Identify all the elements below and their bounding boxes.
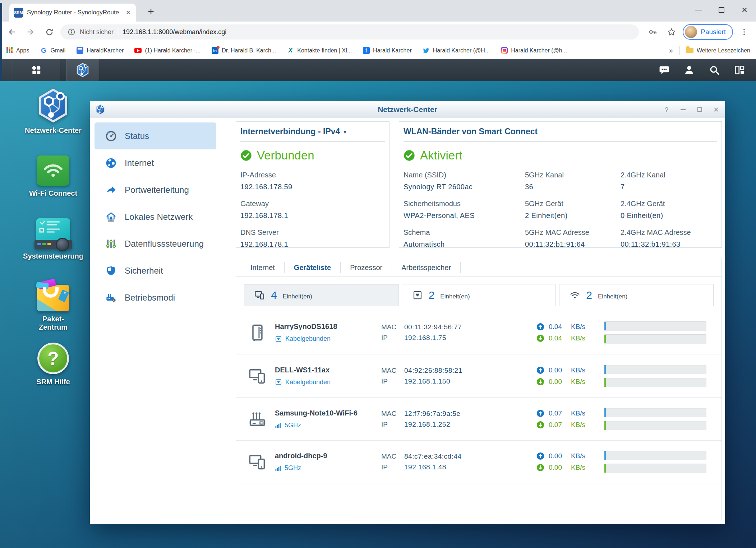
bookmark-facebook[interactable]: f Harald Karcher <box>363 47 412 54</box>
srm-minimize-button[interactable] <box>680 107 686 113</box>
device-row[interactable]: android-dhcp-9 5GHz MAC84:c7:ea:34:cd:44… <box>236 440 722 483</box>
device-connection[interactable]: Kabelgebunden <box>275 335 381 343</box>
sidebar-item-lokales-netzwerk[interactable]: Lokales Netzwerk <box>94 203 216 230</box>
window-close-button[interactable]: ✕ <box>733 0 756 20</box>
chevron-down-icon[interactable]: ▾ <box>344 129 346 135</box>
forward-button[interactable] <box>23 24 38 40</box>
signal-bars-icon <box>275 422 281 428</box>
other-bookmarks-button[interactable]: Weitere Lesezeichen <box>686 47 750 54</box>
window-minimize-button[interactable] <box>687 0 710 20</box>
ip-value: 192.168.1.75 <box>404 334 446 342</box>
upload-bar <box>604 408 706 417</box>
reload-button[interactable] <box>42 24 57 40</box>
bookmark-haraldkarcher[interactable]: HaraldKarcher <box>76 47 124 54</box>
bookmark-label: Dr. Harald B. Karch... <box>222 47 276 54</box>
user-options-button[interactable] <box>683 64 695 76</box>
sidebar-item-portweiterleitung[interactable]: Portweiterleitung <box>94 176 216 203</box>
desktop-icon-srm-hilfe[interactable]: ? SRM Hilfe <box>14 340 92 386</box>
site-info-icon[interactable] <box>68 28 75 36</box>
security-label: Nicht sicher <box>80 28 114 36</box>
srm-close-button[interactable]: ✕ <box>713 107 719 113</box>
tab-internet[interactable]: Internet <box>241 262 285 273</box>
mac-value: 04:92:26:88:58:21 <box>404 367 462 375</box>
bookmark-star-button[interactable] <box>664 24 679 40</box>
window-titlebar[interactable]: Netzwerk-Center ? ✕ <box>90 101 725 118</box>
device-connection[interactable]: 5GHz <box>275 422 381 429</box>
back-button[interactable] <box>4 24 19 40</box>
device-row[interactable]: HarrySynoDS1618 Kabelgebunden MAC00:11:3… <box>236 311 722 354</box>
download-arrow-icon <box>536 421 544 429</box>
window-help-button[interactable]: ? <box>663 107 670 113</box>
sidebar-item-betriebsmodi[interactable]: Betriebsmodi <box>94 284 216 311</box>
new-tab-button[interactable]: + <box>144 5 157 18</box>
paket-zentrum-icon <box>37 285 69 311</box>
sidebar-item-status[interactable]: Status <box>94 122 216 149</box>
bookmark-apps[interactable]: Apps <box>6 47 29 54</box>
desktop-icon-wifi-connect[interactable]: Wi-Fi Connect <box>14 151 92 198</box>
shield-icon <box>105 265 117 277</box>
desktop-icon-systemsteuerung[interactable]: Systemsteuerung <box>14 214 92 260</box>
srm-favicon: SRM <box>14 8 23 18</box>
tab-arbeitsspeicher[interactable]: Arbeitsspeicher <box>392 262 461 273</box>
bookmark-xing[interactable]: X Kontakte finden | Xl... <box>287 47 352 54</box>
upload-arrow-icon <box>536 323 544 331</box>
sidebar-item-label: Lokales Netzwerk <box>125 212 193 222</box>
bookmark-label: Harald Karcher (@H... <box>433 47 490 54</box>
browser-tab[interactable]: SRM Synology Router - SynologyRoute ✕ <box>9 4 136 22</box>
star-icon <box>667 27 676 37</box>
sidebar-item-internet[interactable]: Internet <box>94 149 216 176</box>
download-unit: KB/s <box>571 334 585 342</box>
help-question-icon: ? <box>37 343 69 374</box>
wlan-status: Aktiviert <box>404 149 717 162</box>
youtube-icon <box>134 47 142 54</box>
bookmark-twitter[interactable]: Harald Karcher (@H... <box>423 47 490 54</box>
device-row[interactable]: Samsung-Note10-WiFi-6 5GHz MAC12:f7:96:7… <box>236 397 722 440</box>
bookmark-gmail[interactable]: G Gmail <box>40 47 65 54</box>
sidebar-item-datenflusssteuerung[interactable]: Datenflusssteuerung <box>94 230 216 257</box>
upload-unit: KB/s <box>571 323 585 331</box>
counter-all-devices[interactable]: 4 Einheit(en) <box>244 284 398 306</box>
bookmarks-overflow-chevron[interactable]: » <box>669 46 673 55</box>
srm-maximize-button[interactable] <box>696 107 703 113</box>
desktop-icon-label: Paket-Zentrum <box>33 315 73 331</box>
counter-wired-devices[interactable]: 2 Einheit(en) <box>402 284 556 306</box>
device-connection[interactable]: 5GHz <box>275 464 381 472</box>
browser-menu-button[interactable] <box>737 24 752 40</box>
panel-header[interactable]: Internetverbindung - IPv4 ▾ <box>240 127 385 136</box>
bookmark-label: Kontakte finden | Xl... <box>297 47 352 54</box>
password-key-button[interactable] <box>645 24 660 40</box>
address-input[interactable]: Nicht sicher 192.168.1.1:8000/webman/ind… <box>60 24 639 40</box>
upload-bar <box>604 451 706 460</box>
window-maximize-button[interactable] <box>710 0 733 20</box>
bookmark-instagram[interactable]: Harald Karcher (@h... <box>501 47 567 54</box>
desktop-icon-paket-zentrum[interactable]: Paket-Zentrum <box>14 277 92 331</box>
field-value: 192.168.178.1 <box>240 240 385 249</box>
counter-count: 2 <box>586 289 592 301</box>
tab-prozessor[interactable]: Prozessor <box>341 262 392 273</box>
sidebar-item-label: Status <box>125 131 149 141</box>
widgets-button[interactable] <box>734 64 745 76</box>
device-connection[interactable]: Kabelgebunden <box>275 379 381 386</box>
sidebar-item-sicherheit[interactable]: Sicherheit <box>94 257 216 284</box>
desktop-icon-netzwerk-center[interactable]: Netzwerk-Center <box>14 88 92 135</box>
search-button[interactable] <box>709 64 720 76</box>
traffic-bars <box>604 318 722 347</box>
upload-unit: KB/s <box>571 366 585 374</box>
upload-arrow-icon <box>536 409 544 417</box>
close-icon: ✕ <box>741 6 748 14</box>
bookmark-youtube[interactable]: (1) Harald Karcher -... <box>134 47 200 54</box>
main-menu-button[interactable] <box>12 59 60 81</box>
back-arrow-icon <box>7 27 17 37</box>
taskbar-netzwerk-center-button[interactable] <box>66 59 99 81</box>
desktop-icon-label: Wi-Fi Connect <box>14 189 92 198</box>
tab-geraeteliste[interactable]: Geräteliste <box>285 262 341 273</box>
profile-chip[interactable]: Pausiert <box>683 24 733 40</box>
device-row[interactable]: DELL-WS1-11ax Kabelgebunden MAC04:92:26:… <box>236 354 722 397</box>
wlan-bands-panel: WLAN-Bänder von Smart Connect Aktiviert … <box>399 121 722 248</box>
bookmark-linkedin[interactable]: in Dr. Harald B. Karch... <box>211 47 276 54</box>
sidebar-item-label: Sicherheit <box>125 266 163 276</box>
minimize-icon <box>695 10 702 10</box>
tab-close-icon[interactable]: ✕ <box>125 9 132 17</box>
notifications-button[interactable] <box>658 64 670 76</box>
counter-wifi-devices[interactable]: 2 Einheit(en) <box>559 284 714 306</box>
